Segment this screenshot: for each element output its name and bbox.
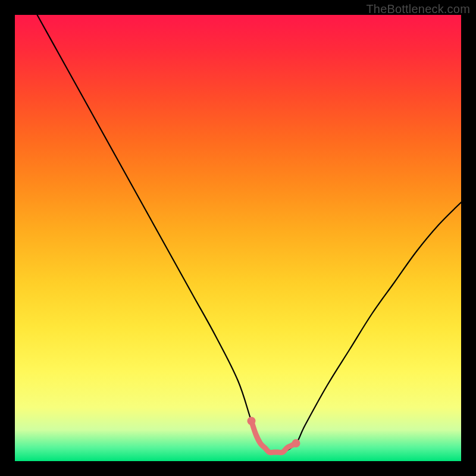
- watermark-text: TheBottleneck.com: [366, 2, 470, 16]
- bottleneck-curve: [37, 15, 462, 453]
- curve-layer: [15, 15, 461, 461]
- highlight-end-dot: [292, 439, 300, 447]
- plot-area: [15, 15, 461, 461]
- chart-frame: TheBottleneck.com: [0, 0, 476, 476]
- highlight-start-dot: [248, 417, 256, 425]
- highlight-segment: [252, 421, 296, 453]
